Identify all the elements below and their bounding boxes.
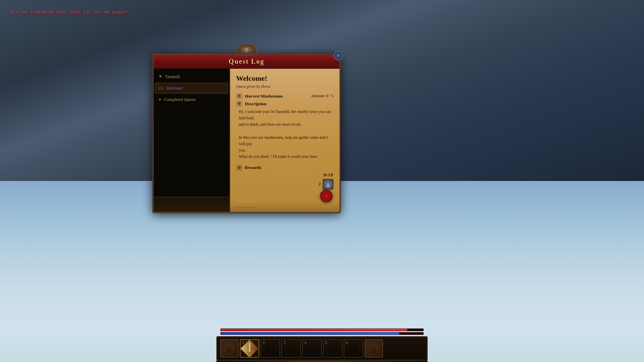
completed-label: Completed Quests (164, 97, 196, 102)
health-bar-fill (221, 329, 407, 331)
window-content: ⚑ Tarnmill (1) Welcome! ♥ Completed Ques… (154, 69, 339, 212)
sword-icon (242, 341, 257, 356)
welcome-number: (1) (159, 86, 163, 91)
reward-item: 2 (236, 179, 333, 190)
rewards-label: Rewards (245, 165, 261, 170)
quest-giver: Quest given by Herez (236, 84, 333, 89)
left-decoration-icon (222, 342, 236, 356)
slot-6-empty (347, 342, 360, 355)
svg-text:✦: ✦ (325, 194, 328, 198)
hotbar-slot-6[interactable]: 6 (344, 339, 363, 358)
rewards-header: ⚙ Rewards (236, 165, 333, 171)
quest-list-item-completed[interactable]: ♥ Completed Quests (155, 94, 228, 105)
window-title: Quest Log (229, 58, 264, 65)
window-top-ornament (236, 44, 257, 55)
reward-xp: 50 XP (236, 173, 333, 178)
hotbar-decoration-right (365, 339, 383, 358)
completed-icon: ♥ (159, 97, 161, 102)
svg-point-10 (226, 344, 228, 348)
description-header-label: Description (245, 101, 266, 107)
quest-list-panel: ⚑ Tarnmill (1) Welcome! ♥ Completed Ques… (154, 69, 230, 212)
slot-2-empty (264, 342, 277, 355)
wax-seal: ✦ (320, 190, 333, 202)
hotbar-frame: 1 2 3 (216, 336, 428, 361)
mana-bar-track (220, 332, 424, 335)
debug-text: TEXTURE STREAMING POOL OVER 132.507 MB B… (10, 10, 128, 15)
potion-icon (324, 181, 332, 188)
reward-item-icon (323, 179, 333, 190)
svg-point-38 (375, 344, 378, 348)
slot-1-number: 1 (242, 341, 244, 345)
objective-icon: ⚙ (236, 93, 242, 99)
slot-3-empty (284, 342, 298, 355)
svg-point-37 (370, 344, 373, 348)
rewards-section: ⚙ Rewards 50 XP 2 (236, 165, 333, 190)
svg-point-11 (230, 344, 233, 348)
scroll-indicator: ───────── (235, 205, 257, 209)
description-icon: ⚙ (236, 101, 242, 107)
hotbar-slot-5[interactable]: 5 (323, 339, 342, 358)
quest-window: × Quest Log ⚑ Tarnmill (1) Welcome! (153, 54, 340, 213)
objective-amount: Amount: 0 / 5 (311, 94, 333, 99)
hotbar-slot-3[interactable]: 3 (281, 339, 301, 358)
quest-list-item-welcome[interactable]: (1) Welcome! (155, 83, 228, 94)
quest-list-bottom (154, 197, 229, 212)
resource-bars (216, 328, 428, 335)
objective-header: ⚙ Harvest Mushrooms Amount: 0 / 5 (236, 93, 333, 99)
close-button[interactable]: × (334, 51, 343, 60)
svg-point-40 (376, 348, 378, 349)
svg-line-15 (247, 346, 253, 351)
svg-point-13 (232, 348, 233, 349)
seal-icon: ✦ (323, 192, 330, 200)
mana-bar-fill (221, 333, 399, 335)
slot-5-empty (326, 342, 339, 355)
svg-point-12 (226, 348, 227, 349)
hotbar-slot-2[interactable]: 2 (261, 339, 280, 358)
quest-list-item-tarnmill[interactable]: ⚑ Tarnmill (155, 71, 228, 82)
hotbar-slot-4[interactable]: 4 (302, 339, 322, 358)
reward-item-count: 2 (319, 182, 321, 187)
svg-point-4 (327, 185, 329, 187)
window-frame: Quest Log ⚑ Tarnmill (1) Welcome! ♥ (153, 54, 340, 213)
objective-name: Harvest Mushrooms (245, 94, 283, 99)
quest-title: Welcome! (236, 74, 333, 83)
health-bar-track (220, 328, 424, 331)
svg-point-39 (370, 348, 372, 349)
svg-rect-3 (327, 181, 329, 182)
tarnmill-icon: ⚑ (159, 74, 162, 79)
hotbar-decoration-left (220, 339, 238, 358)
hotbar-container: 1 2 3 (216, 328, 428, 362)
rewards-icon: ⚙ (236, 165, 242, 171)
window-titlebar: Quest Log (154, 55, 339, 69)
quest-detail-panel: Welcome! Quest given by Herez ⚙ Harvest … (230, 69, 339, 212)
svg-point-16 (248, 352, 251, 354)
quest-description: Hi, I welcome you! In Tarnmill, the near… (236, 109, 333, 160)
hotbar-slot-1[interactable]: 1 (240, 339, 259, 358)
slot-4-empty (305, 342, 319, 355)
right-decoration-icon (367, 342, 381, 356)
welcome-label: Welcome! (166, 85, 183, 91)
description-header: ⚙ Description (236, 101, 333, 107)
hotbar-separator (216, 361, 428, 362)
tarnmill-label: Tarnmill (165, 74, 180, 79)
